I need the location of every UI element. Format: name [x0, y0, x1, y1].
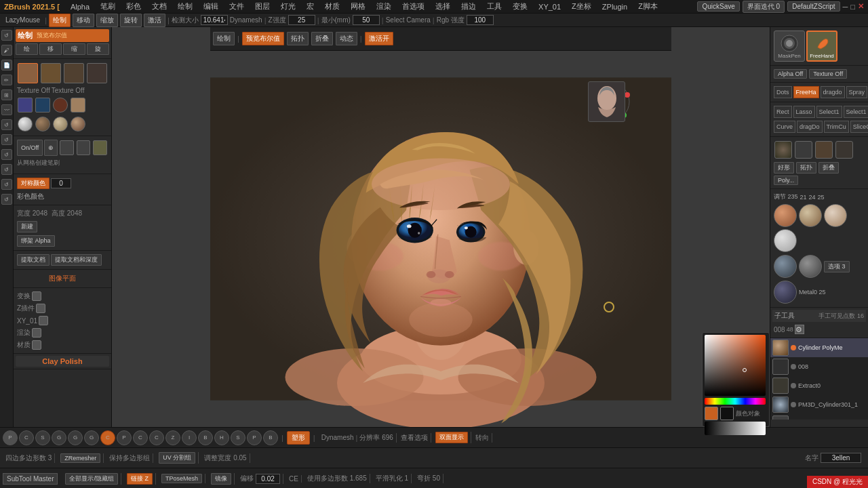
alpha-off-btn[interactable]: Alpha Off: [774, 69, 807, 79]
dragdo2-btn[interactable]: dragDo: [797, 121, 823, 133]
bt-snake-icon[interactable]: S: [35, 430, 50, 445]
subtool-item-4[interactable]: OBJ_01: [770, 414, 868, 420]
far-left-stroke-icon[interactable]: 〰: [1, 104, 12, 115]
tool-btn-1[interactable]: 绘: [16, 43, 38, 55]
mask-pen-icon[interactable]: MaskPen: [774, 30, 805, 62]
uv-btn[interactable]: UV 分割组: [159, 452, 195, 464]
menu-layer[interactable]: 图层: [252, 1, 273, 12]
canvas-tool-polyframe[interactable]: 预览布尔值: [242, 32, 284, 45]
mat-thumb-4[interactable]: [71, 98, 85, 113]
hue-bar[interactable]: [705, 398, 766, 405]
bt-im-icon[interactable]: I: [182, 430, 197, 445]
menu-zscript[interactable]: Z脚本: [635, 1, 660, 12]
bt-pinch2-icon[interactable]: P: [247, 430, 262, 445]
quick-save-button[interactable]: QuickSave: [697, 1, 739, 12]
tool-btn-4[interactable]: 旋: [87, 43, 109, 55]
far-left-refresh-3[interactable]: ↺: [1, 149, 12, 160]
menu-mesh[interactable]: 网格: [348, 1, 368, 12]
menu-draw[interactable]: 绘制: [175, 1, 195, 12]
gray-bar[interactable]: [705, 422, 766, 435]
bt-bla-icon[interactable]: B: [263, 430, 278, 445]
bt-curveq-icon[interactable]: C: [19, 430, 34, 445]
mat-basic[interactable]: [799, 255, 822, 278]
subtool-master-btn[interactable]: SubTool Master: [3, 473, 58, 485]
mat-blinn[interactable]: [774, 255, 797, 278]
option-btn[interactable]: 选项 3: [824, 261, 850, 272]
spray-btn[interactable]: Spray: [846, 86, 868, 98]
link-z-btn[interactable]: 链接 Z: [127, 473, 153, 485]
slicecu-btn[interactable]: SliceCu: [850, 121, 868, 133]
far-left-refresh-4[interactable]: ↺: [1, 164, 12, 175]
sculpt-form-btn[interactable]: 塑形: [287, 431, 310, 445]
min-mm-value[interactable]: [353, 15, 380, 25]
plugin-icon[interactable]: [36, 304, 45, 313]
menu-tool[interactable]: 工具: [484, 1, 505, 12]
bt-paint-icon[interactable]: P: [117, 430, 132, 445]
select2-btn[interactable]: Select1: [844, 106, 868, 118]
mirror-btn[interactable]: 镜像: [211, 473, 231, 485]
sym-val[interactable]: [51, 178, 71, 188]
far-left-draw-icon[interactable]: ✏: [1, 75, 12, 85]
redo-thumb[interactable]: [77, 140, 91, 155]
brush-label-2[interactable]: 拓扑: [796, 162, 816, 174]
color-spectrum[interactable]: [705, 335, 766, 396]
brush-extra-3[interactable]: [815, 141, 833, 159]
subtool-item-1[interactable]: 008: [770, 357, 868, 376]
far-left-refresh-2[interactable]: ↺: [1, 134, 12, 145]
dragdot-btn[interactable]: dragdo: [821, 86, 845, 98]
rgb-value[interactable]: [467, 15, 494, 25]
mat-thumb-1[interactable]: [18, 98, 33, 113]
select1-btn[interactable]: Select1: [816, 106, 842, 118]
toolbar-scale-btn[interactable]: 缩放: [96, 14, 118, 27]
bt-hist-icon[interactable]: H: [214, 430, 229, 445]
menu-alpha[interactable]: Alpha: [68, 3, 92, 11]
subtool-item-0[interactable]: Cylinder PolyMe: [770, 338, 868, 357]
material-icon[interactable]: [32, 340, 41, 350]
menu-zcoord[interactable]: Z坐标: [569, 1, 594, 12]
tpose-btn[interactable]: TPoseMesh: [161, 474, 202, 483]
xy-icon[interactable]: [39, 316, 48, 325]
maximize-button[interactable]: □: [850, 3, 855, 11]
bt-clay-icon[interactable]: C: [100, 430, 115, 445]
new-btn[interactable]: 新建: [17, 221, 37, 232]
extract-doc-btn[interactable]: 提取文档: [17, 254, 50, 266]
menu-stroke[interactable]: 描边: [458, 1, 479, 12]
subtool-item-3[interactable]: PM3D_Cylinder301_1: [770, 395, 868, 414]
sph-thumb-2[interactable]: [35, 117, 50, 131]
name-input[interactable]: [821, 453, 861, 463]
rect-btn[interactable]: Rect: [774, 106, 792, 118]
size-value[interactable]: [201, 15, 228, 25]
mat-metal[interactable]: [774, 281, 797, 304]
3d-viewport[interactable]: [210, 51, 671, 427]
bt-curvet1-icon[interactable]: C: [149, 430, 164, 445]
mat-thumb-2[interactable]: [35, 98, 50, 113]
tool-thumb[interactable]: [93, 140, 107, 155]
subtool-settings-icon[interactable]: ⚙: [795, 325, 804, 334]
mat-flatcol[interactable]: [774, 229, 797, 252]
bt-bp-icon[interactable]: B: [198, 430, 213, 445]
bt-groom1-icon[interactable]: G: [52, 430, 66, 445]
mat-thumb-3[interactable]: [53, 98, 68, 113]
secondary-color-swatch[interactable]: [720, 407, 734, 420]
far-left-edit-icon[interactable]: ⊞: [1, 89, 12, 100]
menu-macro[interactable]: 宏: [304, 1, 317, 12]
primary-color-swatch[interactable]: [705, 407, 718, 420]
lasso-btn[interactable]: Lasso: [793, 106, 815, 118]
on-off-toggle[interactable]: On/Off: [17, 140, 43, 156]
canvas-tool-smooth[interactable]: 折叠: [311, 32, 333, 45]
bt-pinch-icon[interactable]: P: [3, 430, 18, 445]
sph-thumb-4[interactable]: [71, 117, 85, 131]
menu-brush[interactable]: 笔刷: [98, 1, 118, 12]
brush-label-1[interactable]: 好形: [774, 162, 794, 174]
menu-doc[interactable]: 文档: [149, 1, 170, 12]
free-hand-icon[interactable]: FreeHand: [806, 30, 837, 62]
subtool-item-2[interactable]: Extract0: [770, 376, 868, 395]
menu-color[interactable]: 彩色: [123, 1, 144, 12]
offset-input[interactable]: [256, 474, 280, 484]
texture-thumb-3[interactable]: [64, 63, 84, 83]
toolbar-lazy-mouse[interactable]: LazyMouse: [3, 16, 43, 24]
toolbar-draw-btn[interactable]: 绘制: [49, 14, 71, 27]
menu-transform[interactable]: 变换: [510, 1, 530, 12]
change-icon[interactable]: [32, 291, 41, 301]
texture-thumb-1[interactable]: [18, 63, 38, 83]
